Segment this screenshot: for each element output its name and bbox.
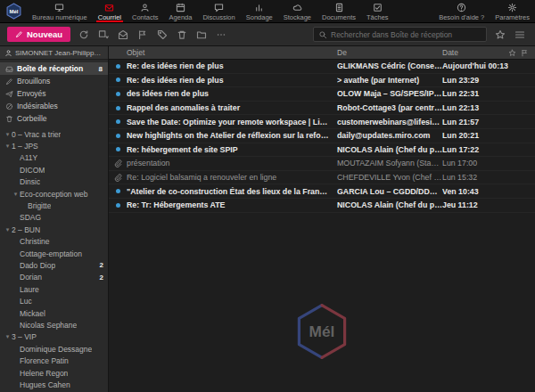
app-tab-sondage[interactable]: Sondage [241,0,278,22]
new-message-button[interactable]: Nouveau [7,27,70,42]
unread-dot [116,106,120,110]
flag-icon[interactable] [521,49,529,57]
tree-folder-eco-conception-web[interactable]: ▾Eco-conception web [0,188,108,200]
favorites-button[interactable] [492,27,508,43]
svg-text:Mél: Mél [309,323,335,340]
app-tabs: Bureau numériqueCourrielContactsAgendaDi… [27,0,394,22]
folder-drafts[interactable]: Brouillons [0,75,108,87]
app-tab-label: Besoin d'aide ? [439,13,484,21]
search-box[interactable] [313,27,487,42]
app-tab-label: Discussion [202,13,235,21]
app-tab-documents[interactable]: Documents [317,0,361,22]
folder-icon [196,29,207,40]
tree-folder-laure[interactable]: Laure [0,283,108,295]
tree-folder-a11y[interactable]: A11Y [0,152,108,164]
message-row[interactable]: Re: hébergement de site SPIPNICOLAS Alai… [109,143,535,158]
folder-sent[interactable]: Envoyés [0,87,108,100]
tree-folder-label: Nicolas Sephane [20,321,77,330]
mel-logo-icon: Mél [5,3,22,20]
account-selector[interactable]: SIMONNET Jean-Philippe (Adjoint au che..… [0,46,108,60]
tree-folder-1-jps[interactable]: ▾1 – JPS [0,140,108,151]
column-from[interactable]: De [337,48,442,57]
calendar-icon [176,3,185,12]
mark-read-button[interactable] [115,27,131,43]
attachment-icon [114,159,122,167]
unread-dot [116,78,120,82]
message-date: Lun 17:22 [442,145,508,154]
more-actions-button[interactable] [213,27,229,43]
tree-folder-florence-patin[interactable]: Florence Patin [0,355,108,366]
tree-folder-luc[interactable]: Luc [0,295,108,306]
tree-folder-hugues-cahen[interactable]: Hugues Cahen [0,379,108,390]
app-tab-label: Paramètres [495,13,530,21]
person-icon [140,3,150,12]
tree-folder-nicolas-sephane[interactable]: Nicolas Sephane [0,319,108,331]
move-button[interactable] [193,27,210,43]
message-row[interactable]: "Atelier de co-construction État des lie… [109,184,535,199]
column-subject[interactable]: Objet [109,48,337,57]
folder-inbox[interactable]: Boîte de réception8 [0,62,108,75]
tree-folder-sdag[interactable]: SDAG [0,212,108,224]
tree-folder-label: Cottage-emptation [20,249,82,258]
tree-folder-label: 1 – JPS [12,142,38,151]
tree-folder-label: Mickael [20,309,45,318]
message-row[interactable]: des idées rien de plusOLOW Maja – SG/SPE… [109,87,535,102]
tree-folder-3-vip[interactable]: ▾3 – VIP [0,331,108,343]
tree-folder-dinsic[interactable]: Dinsic [0,176,108,188]
tree-folder-christine[interactable]: Christine [0,236,108,248]
column-date[interactable]: Date [442,48,508,57]
message-row[interactable]: New highlights on the Atelier de réflexi… [109,129,535,143]
folder-label: Corbeille [17,114,47,123]
tree-folder-mickael[interactable]: Mickael [0,307,108,319]
pencil-icon [5,78,13,86]
message-row[interactable]: Re: Logiciel balsamiq a renouveler en li… [109,171,535,185]
flag-button[interactable] [135,27,151,43]
expand-arrow-icon: ▾ [4,131,12,138]
tree-folder-dicom[interactable]: DICOM [0,164,108,176]
app-tab-parametres[interactable]: Paramètres [490,0,535,22]
app-tab-bureau-numerique[interactable]: Bureau numérique [27,0,93,22]
tree-folder-helene-regon[interactable]: Helene Regon [0,367,108,379]
message-row[interactable]: Re: des idées rien de plusGLIKMANS Cédri… [109,60,535,74]
star-icon[interactable] [508,49,516,57]
message-row[interactable]: Save the Date: Optimize your remote work… [109,115,535,129]
folder-junk[interactable]: Indésirables [0,100,108,112]
message-row[interactable]: présentationMOUTAZAIM Sofyann (Stagiair.… [109,157,535,171]
app-tab-stockage[interactable]: Stockage [278,0,317,22]
message-row[interactable]: Rappel des anomalies à traiterRobot-Cott… [109,102,535,116]
label-button[interactable] [154,27,170,43]
tree-folder-label: Luc [20,297,32,306]
mel-logo[interactable]: Mél [0,0,27,22]
search-input[interactable] [331,30,482,39]
app-tab-agenda[interactable]: Agenda [164,0,198,22]
delete-button[interactable] [174,27,190,43]
tree-folder-dado-diop[interactable]: Dado Diop2 [0,259,108,271]
tree-folder-label: DICOM [20,166,45,175]
tree-folder-label: Eco-conception web [20,190,88,199]
app-tab-courriel[interactable]: Courriel [93,0,127,22]
trash-icon [177,29,187,40]
app-tab-aide[interactable]: Besoin d'aide ? [433,0,490,22]
tree-folder-dominique-dessagne[interactable]: Dominique Dessagne [0,343,108,355]
tree-folder-0-vrac-a-trier[interactable]: ▾0 – Vrac a trier [0,128,108,140]
tree-folder-2-bun[interactable]: ▾2 – BUN [0,224,108,235]
message-row[interactable]: Re: des idées rien de plus> avathe (par … [109,74,535,88]
message-from: daily@updates.miro.com [337,131,442,140]
poll-icon [254,3,264,12]
refresh-button[interactable] [76,27,92,43]
tree-folder-dorian[interactable]: Dorian2 [0,272,108,283]
docs-icon [334,3,344,12]
app-tab-contacts[interactable]: Contacts [127,0,164,22]
menu-button[interactable] [512,27,528,43]
tree-folder-cottage-emptation[interactable]: Cottage-emptation [0,248,108,259]
folder-trash[interactable]: Corbeille [0,112,108,125]
tree-folder-label: Hugues Cahen [20,380,70,389]
star-icon [495,29,506,40]
tree-folder-brigitte[interactable]: Brigitte [0,200,108,211]
select-all-button[interactable] [95,27,111,43]
account-name: SIMONNET Jean-Philippe (Adjoint au che..… [15,49,103,57]
app-tab-taches[interactable]: Tâches [361,0,394,22]
message-date: Lun 22:13 [442,103,508,112]
app-tab-discussion[interactable]: Discussion [197,0,240,22]
message-row[interactable]: Re: Tr: Hébergements ATENICOLAS Alain (C… [109,199,535,213]
